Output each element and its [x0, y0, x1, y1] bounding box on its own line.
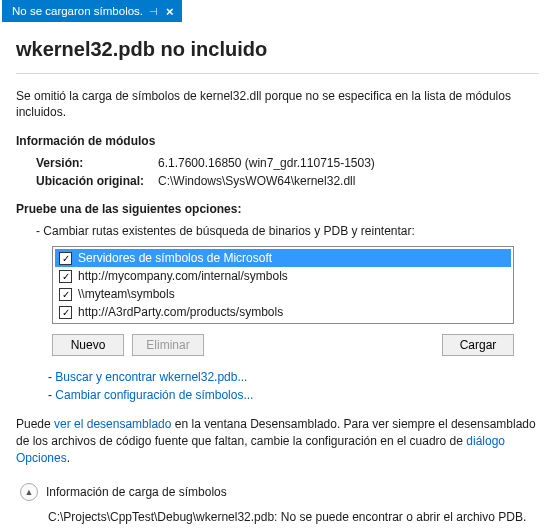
- delete-button: Eliminar: [132, 334, 204, 356]
- location-value: C:\Windows\SysWOW64\kernel32.dll: [158, 174, 539, 188]
- option-links: - Buscar y encontrar wkernel32.pdb... - …: [48, 370, 539, 402]
- find-pdb-link[interactable]: Buscar y encontrar wkernel32.pdb...: [55, 370, 247, 384]
- checkbox-icon[interactable]: ✓: [59, 270, 72, 283]
- button-row: Nuevo Eliminar Cargar: [52, 334, 514, 356]
- close-icon[interactable]: ×: [164, 4, 176, 19]
- module-info-title: Información de módulos: [16, 134, 539, 148]
- page-content: wkernel32.pdb no incluido Se omitió la c…: [0, 22, 555, 529]
- log-line: C:\Projects\CppTest\Debug\wkernel32.pdb:…: [48, 509, 539, 526]
- load-info-title: Información de carga de símbolos: [46, 485, 227, 499]
- version-label: Versión:: [36, 156, 158, 170]
- footer-part: .: [67, 451, 70, 465]
- list-item[interactable]: ✓ \\myteam\symbols: [55, 285, 511, 303]
- checkbox-icon[interactable]: ✓: [59, 288, 72, 301]
- tab-title: No se cargaron símbolos.: [12, 5, 143, 17]
- new-button[interactable]: Nuevo: [52, 334, 124, 356]
- list-item[interactable]: ✓ http://mycompany.com/internal/symbols: [55, 267, 511, 285]
- list-item-label: http://A3rdParty.com/products/symbols: [78, 305, 283, 319]
- symbol-settings-link[interactable]: Cambiar configuración de símbolos...: [55, 388, 253, 402]
- list-item-label: Servidores de símbolos de Microsoft: [78, 251, 272, 265]
- module-info: Versión: 6.1.7600.16850 (win7_gdr.110715…: [36, 156, 539, 188]
- checkbox-icon[interactable]: ✓: [59, 252, 72, 265]
- chevron-up-icon: ▲: [20, 483, 38, 501]
- tab-symbols-not-loaded[interactable]: No se cargaron símbolos. ⊣ ×: [2, 0, 182, 22]
- divider: [16, 73, 539, 74]
- lead-text: Se omitió la carga de símbolos de kernel…: [16, 88, 539, 120]
- page-title: wkernel32.pdb no incluido: [16, 32, 539, 73]
- pin-icon[interactable]: ⊣: [149, 6, 158, 17]
- spacer: [212, 334, 434, 356]
- list-item[interactable]: ✓ http://A3rdParty.com/products/symbols: [55, 303, 511, 321]
- version-value: 6.1.7600.16850 (win7_gdr.110715-1503): [158, 156, 539, 170]
- footer-part: Puede: [16, 417, 54, 431]
- location-label: Ubicación original:: [36, 174, 158, 188]
- list-item-label: http://mycompany.com/internal/symbols: [78, 269, 288, 283]
- load-info-expander[interactable]: ▲ Información de carga de símbolos: [20, 483, 539, 501]
- checkbox-icon[interactable]: ✓: [59, 306, 72, 319]
- tab-bar: No se cargaron símbolos. ⊣ ×: [0, 0, 555, 22]
- footer-text: Puede ver el desensamblado en la ventana…: [16, 416, 539, 466]
- list-item[interactable]: ✓ Servidores de símbolos de Microsoft: [55, 249, 511, 267]
- load-button[interactable]: Cargar: [442, 334, 514, 356]
- symbol-paths-listbox[interactable]: ✓ Servidores de símbolos de Microsoft ✓ …: [52, 246, 514, 324]
- list-item-label: \\myteam\symbols: [78, 287, 175, 301]
- view-disassembly-link[interactable]: ver el desensamblado: [54, 417, 171, 431]
- log-line: C:\Windows\SysWOW64\wkernel32.pdb: No se…: [48, 526, 539, 529]
- search-paths-lead: - Cambiar rutas existentes de búsqueda d…: [36, 224, 539, 238]
- load-info-log: C:\Projects\CppTest\Debug\wkernel32.pdb:…: [48, 509, 539, 529]
- options-title: Pruebe una de las siguientes opciones:: [16, 202, 539, 216]
